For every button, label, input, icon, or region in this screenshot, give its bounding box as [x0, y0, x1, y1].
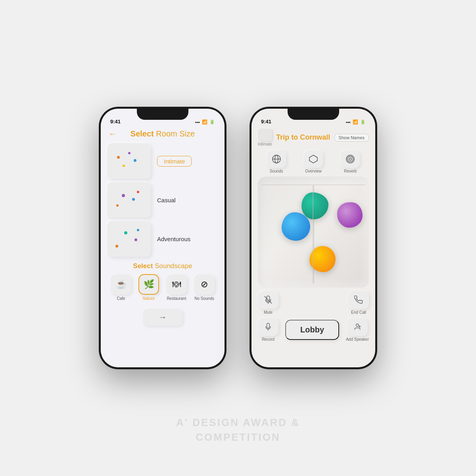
- dot: [137, 191, 139, 193]
- status-icons-left: ▪▪▪ 📶 🔋: [195, 119, 215, 125]
- ctrl-reverb[interactable]: Reverb: [341, 150, 360, 173]
- dot: [116, 204, 119, 207]
- soundscape-title-light: Soundscape: [155, 262, 192, 270]
- room-option-adventurous[interactable]: Adventurous: [107, 221, 218, 257]
- signal-icon-r: ▪▪▪: [346, 120, 351, 125]
- record-button[interactable]: Record: [258, 318, 278, 342]
- bottom-actions: Mute End Call: [251, 288, 375, 343]
- dot: [128, 152, 131, 154]
- next-button[interactable]: →: [143, 309, 182, 326]
- notch-right: [288, 109, 339, 120]
- room-option-casual[interactable]: Casual: [107, 182, 218, 218]
- sound-icon-no-sounds: ⊘: [194, 274, 215, 295]
- notch-left: [137, 109, 188, 120]
- dot: [134, 238, 137, 241]
- show-names-button[interactable]: Show Names: [334, 134, 369, 142]
- controls-row: Sounds Overview: [251, 148, 375, 177]
- add-speaker-button[interactable]: Add Speaker: [346, 318, 369, 342]
- sound-no-sounds[interactable]: ⊘ No Sounds: [194, 274, 215, 301]
- dot: [123, 165, 125, 167]
- left-screen: 9:41 ▪▪▪ 📶 🔋 ← Select Room Size: [101, 109, 225, 367]
- dots-casual: [113, 187, 145, 213]
- right-screen: 9:41 ▪▪▪ 📶 🔋 Intimate Trip to Cornwall S…: [251, 109, 375, 367]
- sound-icon-cafe: ☕: [111, 274, 131, 295]
- action-row-bottom: Record Lobby: [258, 318, 369, 342]
- time-left: 9:41: [110, 119, 121, 125]
- end-call-button[interactable]: End Call: [348, 291, 369, 315]
- end-call-label: End Call: [351, 310, 366, 315]
- dot: [124, 231, 127, 234]
- dot: [115, 245, 118, 248]
- scene: 9:41 ▪▪▪ 📶 🔋 ← Select Room Size: [0, 75, 476, 401]
- sound-label-restaurant: Restaurant: [167, 296, 186, 301]
- record-icon: [258, 318, 278, 336]
- room-box-casual: [107, 182, 151, 218]
- reverb-icon-wrap: [341, 150, 360, 168]
- sound-label-nature: Nature: [143, 296, 155, 301]
- mute-button[interactable]: Mute: [258, 291, 278, 315]
- sounds-icon-wrap: [267, 150, 286, 168]
- ctrl-sounds[interactable]: Sounds: [267, 150, 286, 173]
- ctrl-overview-label: Overview: [305, 169, 322, 173]
- room-label-adventurous[interactable]: Adventurous: [157, 236, 190, 242]
- sound-restaurant[interactable]: 🍽 Restaurant: [166, 274, 187, 301]
- wifi-icon: 📶: [202, 119, 207, 125]
- dot: [132, 198, 135, 201]
- room-option-intimate[interactable]: Intimate: [107, 143, 218, 179]
- room-type-label: Intimate: [258, 142, 272, 146]
- room-info: Intimate: [258, 129, 272, 146]
- dots-intimate: [113, 148, 145, 174]
- sound-icon-nature: 🌿: [138, 274, 159, 295]
- lobby-button[interactable]: Lobby: [285, 320, 339, 340]
- avatar-blue[interactable]: [282, 212, 310, 241]
- record-label: Record: [262, 337, 274, 342]
- dot: [117, 156, 120, 159]
- watermark: A' DESIGN AWARD &COMPETITION: [176, 415, 300, 444]
- dot: [122, 194, 125, 197]
- end-call-icon: [348, 291, 369, 309]
- avatar-teal[interactable]: [301, 192, 328, 219]
- title-light: Room Size: [156, 129, 195, 138]
- room-options-list: Intimate Casual: [101, 142, 225, 258]
- action-row-top: Mute End Call: [258, 291, 369, 315]
- room-label-intimate[interactable]: Intimate: [157, 156, 192, 167]
- dot: [134, 159, 136, 162]
- next-button-wrap: →: [101, 309, 225, 326]
- mute-icon: [258, 291, 278, 309]
- overview-icon-wrap: [304, 150, 323, 168]
- avatar-purple[interactable]: [337, 202, 363, 228]
- left-header: ← Select Room Size: [101, 126, 225, 142]
- status-icons-right: ▪▪▪ 📶 🔋: [346, 119, 366, 125]
- battery-icon-r: 🔋: [360, 119, 366, 125]
- left-screen-title: Select Room Size: [120, 129, 217, 138]
- sound-nature[interactable]: 🌿 Nature: [138, 274, 159, 301]
- room-3d-view: [258, 177, 369, 288]
- avatar-yellow[interactable]: [309, 246, 336, 272]
- dot: [137, 229, 139, 231]
- ctrl-sounds-label: Sounds: [270, 169, 283, 173]
- sound-label-cafe: Cafe: [117, 296, 125, 301]
- room-thumbnail: [258, 129, 272, 141]
- time-right: 9:41: [261, 119, 271, 125]
- phone-left: 9:41 ▪▪▪ 📶 🔋 ← Select Room Size: [99, 107, 226, 369]
- back-button[interactable]: ←: [109, 129, 117, 138]
- ctrl-overview[interactable]: Overview: [304, 150, 323, 173]
- sound-cafe[interactable]: ☕ Cafe: [111, 274, 131, 301]
- svg-point-4: [347, 156, 353, 162]
- trip-title: Trip to Cornwall: [276, 133, 330, 142]
- svg-point-3: [349, 158, 351, 160]
- right-header: Intimate Trip to Cornwall Show Names: [251, 126, 375, 148]
- mute-label: Mute: [264, 310, 273, 315]
- phone-right: 9:41 ▪▪▪ 📶 🔋 Intimate Trip to Cornwall S…: [250, 107, 377, 369]
- sound-icon-restaurant: 🍽: [166, 274, 187, 295]
- svg-point-9: [356, 324, 359, 327]
- ctrl-reverb-label: Reverb: [344, 169, 357, 173]
- sound-label-no-sounds: No Sounds: [194, 296, 214, 301]
- signal-icon: ▪▪▪: [195, 120, 200, 125]
- battery-icon: 🔋: [209, 119, 215, 125]
- room-box-intimate: [107, 143, 151, 179]
- room-box-adventurous: [107, 221, 151, 257]
- add-speaker-icon: [347, 318, 368, 336]
- add-speaker-label: Add Speaker: [346, 337, 369, 342]
- room-label-casual[interactable]: Casual: [157, 197, 176, 203]
